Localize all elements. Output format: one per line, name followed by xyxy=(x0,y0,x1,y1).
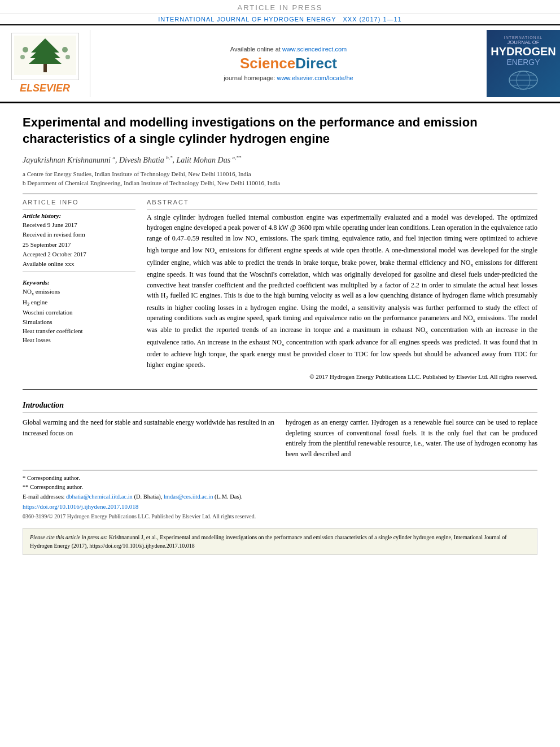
revised-date: 25 September 2017 xyxy=(23,241,135,249)
keyword-3: Woschni correlation xyxy=(23,308,135,317)
elsevier-brand-text: ELSEVIER xyxy=(20,82,70,94)
keyword-4: Simulations xyxy=(23,318,135,326)
affiliations: a Centre for Energy Studies, Indian Inst… xyxy=(23,169,537,188)
author-1: Jayakrishnan Krishnanunni a xyxy=(23,156,115,164)
article-info-col: ARTICLE INFO Article history: Received 9… xyxy=(23,199,135,380)
he-journal-text: JOURNAL OF xyxy=(508,40,540,45)
article-divider xyxy=(23,194,537,194)
available-online: Available online at www.sciencedirect.co… xyxy=(230,46,347,53)
available-online-label: Available online at xyxy=(230,46,281,53)
doi-line[interactable]: https://doi.org/10.1016/j.ijhydene.2017.… xyxy=(23,502,537,512)
doi-link[interactable]: https://doi.org/10.1016/j.ijhydene.2017.… xyxy=(23,503,138,510)
section-divider xyxy=(23,389,537,390)
he-globe-icon xyxy=(506,69,540,91)
keyword-5: Heat transfer coefficient xyxy=(23,327,135,335)
history-label: Article history: xyxy=(23,212,135,219)
sd-science: Science xyxy=(240,55,295,72)
keyword-6: Heat losses xyxy=(23,336,135,344)
intro-right-text: hydrogen as an energy carrier. Hydrogen … xyxy=(286,417,537,459)
abstract-paragraph: A single cylinder hydrogen fuelled inter… xyxy=(147,212,537,370)
issn-line: 0360-3199/© 2017 Hydrogen Energy Publica… xyxy=(23,512,537,521)
volume-info: XXX (2017) 1—11 xyxy=(343,16,401,23)
footnote-star2: ** Corresponding author. xyxy=(23,483,537,492)
affiliation-a: a Centre for Energy Studies, Indian Inst… xyxy=(23,169,537,179)
svg-point-5 xyxy=(23,47,28,53)
available-online-url[interactable]: www.sciencedirect.com xyxy=(282,46,347,53)
abstract-divider xyxy=(147,209,537,209)
main-content: Experimental and modelling investigation… xyxy=(0,103,560,561)
he-international-text: INTERNATIONAL xyxy=(504,36,543,40)
aip-text: ARTICLE IN PRESS xyxy=(238,3,323,12)
abstract-text: A single cylinder hydrogen fuelled inter… xyxy=(147,212,537,370)
info-divider-mid xyxy=(23,272,135,272)
footnotes: * Corresponding author. ** Corresponding… xyxy=(23,470,537,521)
journal-name: INTERNATIONAL JOURNAL OF HYDROGEN ENERGY xyxy=(158,16,336,23)
svg-point-8 xyxy=(65,55,70,59)
email-label: E-mail addresses: xyxy=(23,493,64,500)
elsevier-logo-area: ELSEVIER xyxy=(0,30,90,97)
citation-box: Please cite this article in press as: Kr… xyxy=(23,528,537,555)
footnote-star1: * Corresponding author. xyxy=(23,474,537,483)
info-divider-top xyxy=(23,209,135,209)
introduction-section: Introduction Global warming and the need… xyxy=(23,401,537,459)
keywords-label: Keywords: xyxy=(23,279,135,286)
intro-left: Global warming and the need for stable a… xyxy=(23,417,274,459)
journal-homepage-url[interactable]: www.elsevier.com/locate/he xyxy=(277,75,353,81)
abstract-col: ABSTRACT A single cylinder hydrogen fuel… xyxy=(147,199,537,380)
received-revised-label: Received in revised form xyxy=(23,230,135,239)
author-2: Divesh Bhatia b,* xyxy=(119,156,172,164)
article-info-abstract: ARTICLE INFO Article history: Received 9… xyxy=(23,199,537,380)
sd-direct: Direct xyxy=(295,55,337,72)
svg-rect-1 xyxy=(43,64,47,72)
accepted-date: Accepted 2 October 2017 xyxy=(23,250,135,259)
available-online: Available online xxx xyxy=(23,260,135,268)
journal-header-bar: INTERNATIONAL JOURNAL OF HYDROGEN ENERGY… xyxy=(0,14,560,25)
journal-homepage: journal homepage: www.elsevier.com/locat… xyxy=(224,75,353,81)
intro-left-text: Global warming and the need for stable a… xyxy=(23,417,274,438)
elsevier-logo-box xyxy=(11,33,79,80)
email2-link[interactable]: lmdas@ces.iitd.ac.in xyxy=(164,493,213,500)
keyword-1: NOx emissions xyxy=(23,287,135,298)
intro-right: hydrogen as an energy carrier. Hydrogen … xyxy=(286,417,537,459)
email1-name: (D. Bhatia), xyxy=(134,493,162,500)
article-info-header: ARTICLE INFO xyxy=(23,199,135,206)
he-energy-text: ENERGY xyxy=(506,58,540,67)
email1-link[interactable]: dbhatia@chemical.iitd.ac.in xyxy=(66,493,133,500)
abstract-header: ABSTRACT xyxy=(147,199,537,206)
keywords-section: Keywords: NOx emissions H2 engine Woschn… xyxy=(23,279,135,345)
hydrogen-energy-logo: INTERNATIONAL JOURNAL OF HYDROGEN ENERGY xyxy=(487,30,560,97)
article-title: Experimental and modelling investigation… xyxy=(23,115,537,147)
keyword-2: H2 engine xyxy=(23,298,135,308)
copyright-line: © 2017 Hydrogen Energy Publications LLC.… xyxy=(147,373,537,380)
author-3: Lalit Mohan Das a,** xyxy=(176,156,241,164)
article-in-press-banner: ARTICLE IN PRESS xyxy=(0,0,560,14)
he-hydrogen-text: HYDROGEN xyxy=(491,45,556,58)
introduction-title: Introduction xyxy=(23,401,537,413)
journal-homepage-label: journal homepage: xyxy=(224,75,275,81)
sciencedirect-logo: ScienceDirect xyxy=(240,55,337,72)
citation-label: Please cite this article in press as: xyxy=(30,534,107,540)
top-header: ELSEVIER Available online at www.science… xyxy=(0,25,560,103)
svg-point-6 xyxy=(62,47,68,53)
intro-body: Global warming and the need for stable a… xyxy=(23,417,537,459)
authors-line: Jayakrishnan Krishnanunni a, Divesh Bhat… xyxy=(23,155,537,165)
footnote-emails: E-mail addresses: dbhatia@chemical.iitd.… xyxy=(23,492,537,502)
elsevier-tree-icon xyxy=(14,36,76,75)
email2-name: (L.M. Das). xyxy=(215,493,243,500)
affiliation-b: b Department of Chemical Engineering, In… xyxy=(23,178,537,188)
received-date: Received 9 June 2017 xyxy=(23,221,135,229)
svg-point-7 xyxy=(20,55,25,59)
center-header: Available online at www.sciencedirect.co… xyxy=(90,30,487,97)
